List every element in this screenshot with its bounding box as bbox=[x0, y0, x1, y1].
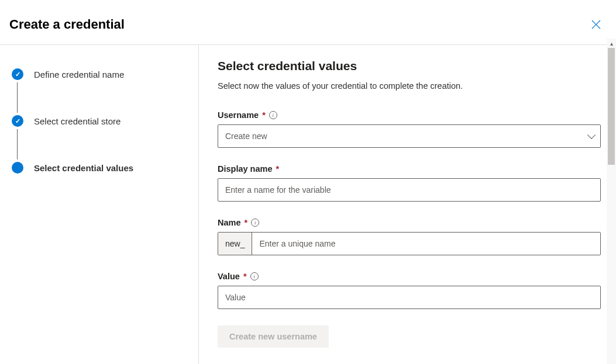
name-prefix: new_ bbox=[218, 233, 252, 255]
display-name-field-block: Display name * bbox=[218, 164, 597, 202]
step-connector bbox=[17, 129, 18, 160]
info-icon[interactable]: i bbox=[250, 272, 259, 280]
dialog-header: Create a credential bbox=[0, 0, 616, 45]
wizard-steps-sidebar: Define credential name Select credential… bbox=[0, 45, 199, 364]
value-label: Value * i bbox=[218, 272, 597, 281]
info-icon[interactable]: i bbox=[251, 219, 259, 227]
step-connector bbox=[17, 82, 18, 113]
wizard-step-define-name[interactable]: Define credential name bbox=[12, 68, 187, 80]
check-icon bbox=[12, 115, 23, 127]
dialog-title: Create a credential bbox=[9, 17, 125, 32]
panel-subtitle: Select now the values of your credential… bbox=[218, 81, 597, 91]
display-name-label: Display name * bbox=[218, 164, 597, 174]
value-field-block: Value * i bbox=[218, 272, 597, 309]
wizard-step-select-store[interactable]: Select credential store bbox=[12, 115, 187, 127]
info-icon[interactable]: i bbox=[269, 111, 277, 119]
vertical-scrollbar[interactable]: ▴ bbox=[607, 39, 616, 364]
step-label: Define credential name bbox=[34, 70, 124, 79]
check-icon bbox=[12, 68, 23, 80]
username-label: Username * i bbox=[218, 110, 597, 120]
panel-title: Select credential values bbox=[218, 59, 597, 73]
current-step-icon bbox=[12, 162, 23, 174]
dialog-body: Define credential name Select credential… bbox=[0, 45, 616, 364]
username-field-block: Username * i Create new bbox=[218, 110, 597, 148]
value-input[interactable] bbox=[218, 286, 601, 309]
main-panel: Select credential values Select now the … bbox=[199, 45, 616, 364]
step-label: Select credential store bbox=[34, 116, 121, 126]
display-name-input[interactable] bbox=[218, 178, 601, 202]
step-label: Select credential values bbox=[34, 163, 133, 173]
name-input-wrapper: new_ bbox=[218, 232, 601, 255]
username-select[interactable]: Create new bbox=[218, 124, 601, 148]
create-username-button[interactable]: Create new username bbox=[218, 325, 329, 348]
name-field-block: Name * i new_ bbox=[218, 218, 597, 255]
close-icon bbox=[591, 20, 601, 29]
select-value: Create new bbox=[225, 131, 267, 141]
chevron-down-icon bbox=[587, 131, 596, 139]
scroll-thumb[interactable] bbox=[608, 48, 615, 165]
scroll-up-arrow-icon[interactable]: ▴ bbox=[607, 39, 616, 48]
name-input[interactable] bbox=[252, 233, 600, 255]
name-label: Name * i bbox=[218, 218, 597, 227]
wizard-step-select-values[interactable]: Select credential values bbox=[12, 162, 187, 174]
close-button[interactable] bbox=[588, 16, 604, 33]
